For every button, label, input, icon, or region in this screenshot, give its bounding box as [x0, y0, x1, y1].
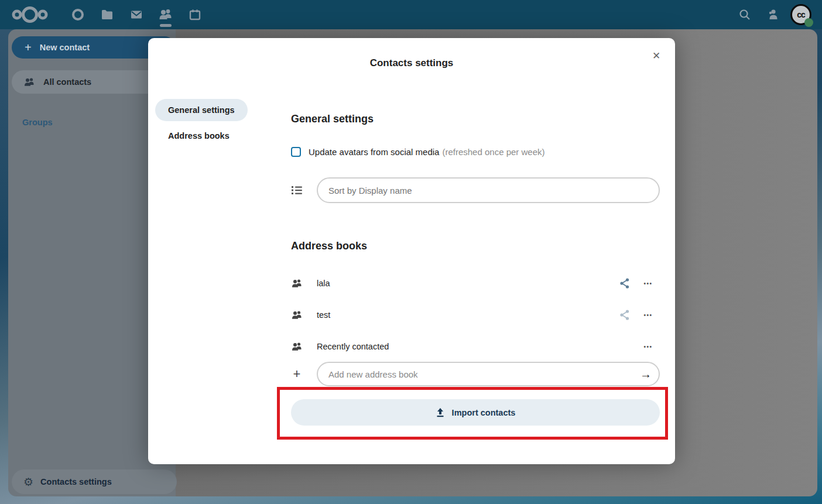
gear-icon: ⚙ [23, 475, 33, 489]
address-book-name: test [317, 310, 330, 320]
address-book-name: lala [317, 279, 330, 288]
search-icon[interactable] [731, 0, 759, 29]
checkbox-unchecked[interactable] [291, 147, 301, 157]
nextcloud-logo-icon[interactable] [11, 5, 49, 25]
address-book-icon [291, 310, 303, 320]
files-app-icon[interactable] [93, 0, 122, 29]
more-actions-icon[interactable]: ••• [636, 335, 660, 358]
mail-app-icon[interactable] [122, 0, 151, 29]
contacts-group-icon [23, 77, 35, 87]
more-actions-icon[interactable]: ••• [636, 272, 660, 295]
calendar-app-icon[interactable] [180, 0, 210, 29]
sort-by-select[interactable] [317, 177, 660, 203]
checkbox-note: (refreshed once per week) [442, 147, 544, 157]
modal-nav: General settings Address books [155, 99, 281, 140]
add-address-book-input[interactable] [317, 362, 660, 386]
share-icon[interactable] [613, 272, 636, 295]
new-contact-label: New contact [40, 43, 90, 52]
submit-arrow-icon[interactable]: → [635, 364, 656, 385]
active-app-indicator [160, 24, 172, 27]
add-address-book-row: + → [291, 362, 660, 386]
topbar: cc [0, 0, 822, 29]
address-books-heading: Address books [291, 240, 367, 252]
plus-icon: + [291, 366, 303, 382]
tab-general-settings[interactable]: General settings [155, 99, 248, 121]
address-book-row: lala ••• [291, 269, 660, 297]
address-book-row: Recently contacted ••• [291, 332, 660, 361]
contacts-settings-button[interactable]: ⚙ Contacts settings [12, 469, 177, 494]
import-contacts-button[interactable]: Import contacts [291, 399, 660, 426]
address-book-row: test ••• [291, 301, 660, 329]
more-actions-icon[interactable]: ••• [636, 303, 660, 327]
dashboard-app-icon[interactable] [63, 0, 93, 29]
contacts-settings-label: Contacts settings [40, 477, 112, 486]
list-sort-icon [291, 185, 303, 196]
online-status-dot [804, 18, 813, 27]
address-book-icon [291, 342, 303, 352]
address-book-icon [291, 279, 303, 289]
all-contacts-label: All contacts [43, 77, 91, 87]
contacts-menu-icon[interactable] [759, 0, 787, 29]
share-icon[interactable] [613, 303, 636, 327]
checkbox-label: Update avatars from social media [309, 147, 439, 157]
import-contacts-label: Import contacts [452, 408, 516, 417]
upload-icon [436, 407, 445, 417]
sort-row [291, 177, 660, 203]
groups-section-label: Groups [22, 118, 53, 127]
general-settings-heading: General settings [291, 113, 374, 125]
update-avatars-checkbox-row[interactable]: Update avatars from social media (refres… [291, 147, 545, 157]
app-launcher [63, 0, 210, 29]
contacts-settings-modal: ✕ Contacts settings General settings Add… [148, 38, 675, 464]
screen: cc + New contact All c [0, 0, 822, 504]
user-avatar[interactable]: cc [790, 4, 811, 25]
topbar-right: cc [731, 0, 822, 29]
address-book-name: Recently contacted [317, 342, 389, 351]
plus-icon: + [25, 41, 32, 54]
contacts-app-icon[interactable] [151, 0, 180, 29]
tab-address-books[interactable]: Address books [168, 131, 281, 140]
modal-content: General settings Update avatars from soc… [291, 38, 660, 464]
